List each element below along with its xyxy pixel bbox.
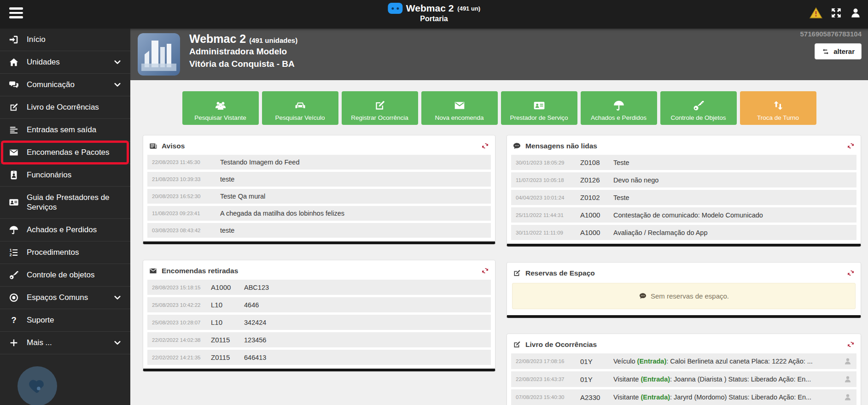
sidebar-item-procedimentos[interactable]: 12 Procedimentos (0, 241, 130, 264)
action-label: Prestador de Serviço (510, 114, 568, 121)
ocorrencia-row[interactable]: 07/08/2023 15:40:30 A2330 Visitante (Ent… (511, 389, 856, 405)
condo-admin: Administradora Modelo (189, 46, 297, 58)
action-pesquisar-veiculo[interactable]: Pesquisar Veículo (262, 91, 338, 125)
ocorrencia-row[interactable]: 22/08/2023 16:43:37 01Y Visitante (Entra… (511, 371, 856, 387)
sidebar-item-encomendas-pacotes[interactable]: Encomendas e Pacotes (0, 141, 130, 164)
aviso-row[interactable]: 03/08/2023 08:43:42teste (147, 223, 491, 238)
user-icon (842, 357, 852, 365)
sidebar-item-label: Procedimentos (27, 247, 122, 257)
row-code: 646413 (244, 354, 486, 361)
aviso-row[interactable]: 22/08/2023 11:45:30Testando Imagem do Fe… (147, 155, 491, 170)
sidebar-item-inicio[interactable]: Início (0, 29, 130, 51)
refresh-icon[interactable] (846, 269, 855, 277)
encomenda-row[interactable]: 28/08/2023 15:18:15A1000ABC123 (147, 280, 491, 295)
row-text: Teste Qa mural (220, 193, 486, 200)
ocorrencia-row[interactable]: 22/08/2023 17:08:16 01Y Veículo (Entrada… (511, 353, 856, 369)
mensagem-row[interactable]: 11/07/2023 10:05:18Z0126Devo não nego (511, 172, 856, 188)
action-nova-encomenda[interactable]: Nova encomenda (421, 91, 498, 125)
mensagem-row[interactable]: 25/11/2022 11:44:31A1000Contestação de c… (511, 207, 856, 223)
hamburger-menu-icon[interactable] (9, 7, 23, 19)
sidebar-item-label: Espaços Comuns (27, 293, 106, 302)
panel-encomendas-retiradas: Encomendas retiradas 28/08/2023 15:18:15… (143, 260, 495, 371)
id-badge-icon (8, 170, 20, 180)
chevron-down-icon (113, 293, 122, 302)
refresh-icon[interactable] (481, 141, 489, 150)
comment-icon (639, 292, 647, 300)
encomenda-row[interactable]: 25/08/2023 10:42:22L104646 (147, 297, 491, 312)
row-code: 4646 (244, 301, 486, 309)
row-code: 342424 (244, 319, 486, 326)
mensagem-row[interactable]: 04/04/2023 10:01:24Z0102Teste (511, 190, 856, 205)
mensagem-row[interactable]: 30/01/2023 18:05:29Z0108Teste (511, 155, 856, 170)
action-controle-objetos[interactable]: Controle de Objetos (660, 91, 737, 125)
newspaper-icon (149, 142, 157, 150)
entrada-badge: (Entrada) (637, 358, 667, 365)
aviso-row[interactable]: 20/08/2023 16:52:30Teste Qa mural (147, 189, 491, 204)
key-icon (692, 100, 705, 112)
edit-square-icon (373, 100, 386, 112)
sidebar-item-controle-objetos[interactable]: Controle de objetos (0, 264, 130, 287)
aviso-row[interactable]: 11/08/2023 09:23:41A chegada da matilha … (147, 206, 491, 221)
row-unit: A1000 (211, 283, 244, 291)
sidebar-item-label: Comunicação (27, 80, 106, 89)
sidebar-item-label: Início (27, 35, 122, 44)
sidebar-item-label: Entradas sem saída (27, 125, 122, 135)
umbrella-icon (8, 225, 20, 235)
row-text: teste (220, 176, 486, 183)
sidebar-item-achados-perdidos[interactable]: Achados e Perdidos (0, 219, 130, 241)
action-troca-turno[interactable]: Troca de Turno (740, 91, 816, 125)
svg-text:2: 2 (10, 253, 12, 257)
row-unit: L10 (211, 301, 244, 309)
row-text: Teste (613, 194, 852, 201)
encomenda-row[interactable]: 25/08/2023 10:28:07L10342424 (147, 315, 491, 330)
action-label: Pesquisar Vistante (194, 114, 246, 121)
sidebar-item-unidades[interactable]: Unidades (0, 51, 130, 74)
sidebar-item-livro-ocorrencias[interactable]: Livro de Ocorrências (0, 96, 130, 119)
sidebar-item-label: Funcionários (27, 170, 122, 180)
panel-reservas-espaco: Reservas de Espaço Sem reservas de espaç… (507, 262, 861, 318)
warning-icon[interactable] (809, 6, 823, 19)
dot-circle-icon (8, 293, 20, 303)
svg-text:?: ? (11, 315, 16, 325)
chevron-down-icon (113, 339, 122, 347)
action-pesquisar-vistante[interactable]: Pesquisar Vistante (182, 91, 259, 125)
sign-in-icon (8, 35, 20, 45)
user-icon[interactable] (850, 7, 862, 19)
mensagem-row[interactable]: 30/11/2022 11:11:09A1000Avaliação / Recl… (511, 225, 856, 240)
row-date: 25/08/2023 10:42:22 (152, 302, 211, 308)
sidebar-item-guia-prestadores[interactable]: Guia de Prestadores de Serviços (0, 187, 130, 219)
fullscreen-icon[interactable] (830, 7, 842, 19)
list-icon (8, 125, 20, 135)
panel-avisos: Avisos 22/08/2023 11:45:30Testando Image… (143, 135, 495, 244)
change-condo-button[interactable]: alterar (815, 43, 862, 59)
action-prestador-servico[interactable]: Prestador de Serviço (501, 91, 577, 125)
swap-icon (821, 48, 830, 55)
sidebar-item-espacos-comuns[interactable]: Espaços Comuns (0, 287, 130, 309)
panel-title: Encomendas retiradas (162, 267, 238, 275)
row-text: Teste (613, 159, 852, 166)
sidebar-item-entradas-sem-saida[interactable]: Entradas sem saída (0, 119, 130, 141)
aviso-row[interactable]: 21/08/2023 10:39:33teste (147, 172, 491, 187)
sidebar-item-label: Controle de objetos (27, 270, 122, 280)
action-achados-perdidos[interactable]: Achados e Perdidos (581, 91, 657, 125)
row-text: Visitante (Entrada): Joanna (Diarista ) … (613, 376, 842, 383)
row-date: 22/02/2022 14:21:35 (152, 355, 211, 360)
refresh-icon[interactable] (481, 266, 489, 275)
row-date: 25/08/2023 10:28:07 (152, 320, 211, 325)
row-text: Testando Imagem do Feed (220, 158, 486, 166)
row-text: Avaliação / Reclamação do App (613, 229, 852, 236)
sidebar-item-suporte[interactable]: ? Suporte (0, 309, 130, 332)
encomenda-row[interactable]: 22/02/2022 14:21:35Z0115646413 (147, 350, 491, 365)
feedback-widget-heart-icon[interactable] (17, 366, 57, 405)
refresh-icon[interactable] (846, 340, 855, 349)
refresh-icon[interactable] (846, 141, 855, 150)
encomenda-row[interactable]: 22/02/2022 14:02:38Z0115123456 (147, 332, 491, 347)
svg-text:1: 1 (10, 248, 12, 252)
action-registrar-ocorrencia[interactable]: Registrar Ocorrência (342, 91, 418, 125)
id-card-icon (533, 100, 546, 112)
sidebar-item-mais[interactable]: Mais ... (0, 332, 130, 354)
entrada-badge: (Entrada) (641, 376, 670, 383)
sidebar-item-funcionarios[interactable]: Funcionários (0, 164, 130, 187)
sidebar-item-label: Livro de Ocorrências (27, 102, 122, 112)
sidebar-item-comunicacao[interactable]: Comunicação (0, 74, 130, 96)
